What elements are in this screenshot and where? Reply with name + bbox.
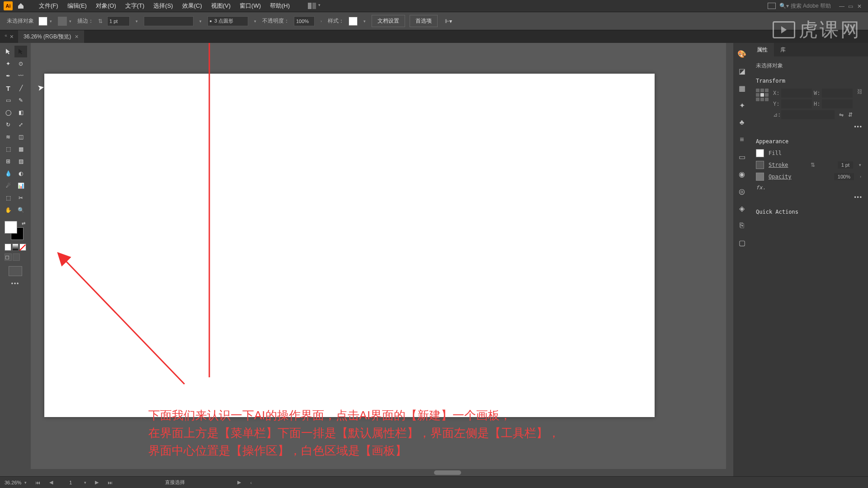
artboard[interactable] xyxy=(44,74,655,417)
dock-brushes-icon[interactable]: ✦ xyxy=(736,100,747,111)
paintbrush-tool[interactable]: ✎ xyxy=(14,94,27,106)
swap-colors-icon[interactable]: ⇄ xyxy=(22,221,25,226)
tab-close-icon[interactable]: × xyxy=(10,33,14,40)
flip-h-icon[interactable]: ⇋ xyxy=(839,112,844,118)
dock-graphic-styles-icon[interactable]: ◎ xyxy=(736,186,747,197)
dock-swatches-icon[interactable]: ◪ xyxy=(736,66,747,76)
line-tool[interactable]: ╱ xyxy=(14,82,27,94)
color-mode-gradient[interactable] xyxy=(12,244,19,251)
fill-dropdown[interactable]: ▾ xyxy=(48,19,53,23)
nav-next-icon[interactable]: ▶ xyxy=(93,479,100,485)
dock-transform-icon[interactable]: ▭ xyxy=(736,151,747,162)
stroke-val-panel[interactable]: 1 pt xyxy=(838,161,853,169)
gradient-tool[interactable]: ▨ xyxy=(14,155,27,167)
menu-type[interactable]: 文字(T) xyxy=(121,2,149,10)
y-input[interactable] xyxy=(781,99,812,108)
slice-tool[interactable]: ✂ xyxy=(14,192,27,204)
flip-v-icon[interactable]: ⇵ xyxy=(848,112,853,118)
search-box[interactable]: 🔍▾ 搜索 Adobe 帮助 xyxy=(779,2,831,10)
draw-mode[interactable] xyxy=(9,266,22,276)
home-icon[interactable] xyxy=(16,1,25,10)
zoom-dropdown[interactable]: 36.26%▾ xyxy=(5,480,28,485)
mesh-tool[interactable]: ⊞ xyxy=(2,155,14,167)
zoom-tool[interactable]: 🔍 xyxy=(14,204,27,216)
fill-swatch[interactable] xyxy=(38,17,47,26)
tab-properties[interactable]: 属性 xyxy=(750,43,774,56)
close-icon[interactable]: ✕ xyxy=(857,3,864,9)
stroke-weight-input[interactable] xyxy=(107,16,130,26)
status-back-icon[interactable]: ‹ xyxy=(248,480,254,485)
dock-color-icon[interactable]: 🎨 xyxy=(736,48,747,59)
w-input[interactable] xyxy=(822,89,853,98)
transform-more-icon[interactable]: ••• xyxy=(854,124,863,130)
lasso-tool[interactable]: ⊙ xyxy=(14,58,27,70)
shaper-tool[interactable]: ◯ xyxy=(2,107,14,118)
curvature-tool[interactable]: 〰 xyxy=(14,70,27,82)
reference-point[interactable] xyxy=(756,89,769,101)
dock-artboards-icon[interactable]: ▢ xyxy=(736,237,747,248)
prefs-button[interactable]: 首选项 xyxy=(410,15,438,27)
magic-wand-tool[interactable]: ✦ xyxy=(2,58,14,70)
symbol-tool[interactable]: ☄ xyxy=(2,180,14,192)
document-tab[interactable]: 36.26% (RGB/预览) × xyxy=(18,30,84,43)
rectangle-tool[interactable]: ▭ xyxy=(2,94,14,106)
workspace-switcher[interactable]: ▾ xyxy=(308,3,322,9)
opacity-input[interactable] xyxy=(294,16,315,26)
shape-builder-tool[interactable]: ⬚ xyxy=(2,143,14,155)
stroke-dropdown[interactable]: ▾ xyxy=(68,19,73,23)
canvas-area[interactable]: ➤ 下面我们来认识一下AI的操作界面，点击AI界面的【新建】一个画板， 在界面上… xyxy=(31,43,733,476)
foreground-color[interactable] xyxy=(5,221,17,234)
style-swatch[interactable] xyxy=(349,17,358,26)
dash-dropdown[interactable]: ▾ xyxy=(253,19,258,23)
pen-tool[interactable]: ✒ xyxy=(2,70,14,82)
x-input[interactable] xyxy=(781,89,812,98)
menu-help[interactable]: 帮助(H) xyxy=(265,2,294,10)
opacity-swatch-panel[interactable] xyxy=(756,173,764,181)
color-mode-none[interactable] xyxy=(19,244,26,251)
link-wh-icon[interactable]: ⛓ xyxy=(857,89,863,95)
doc-tab-close[interactable]: × xyxy=(75,33,78,40)
screen-normal[interactable]: ◻ xyxy=(5,253,12,261)
dock-appearance-icon[interactable]: ◉ xyxy=(736,169,747,179)
menu-select[interactable]: 选择(S) xyxy=(149,2,177,10)
fx-label[interactable]: fx. xyxy=(756,184,766,191)
horizontal-scrollbar[interactable] xyxy=(31,469,726,476)
doc-setup-button[interactable]: 文档设置 xyxy=(372,15,405,27)
opacity-dd-panel[interactable]: › xyxy=(859,174,863,179)
tab-prev-icon[interactable]: « xyxy=(5,33,7,40)
brush-def[interactable] xyxy=(144,16,193,26)
eyedropper-tool[interactable]: 💧 xyxy=(2,168,14,179)
artboard-tool[interactable]: ⬚ xyxy=(2,192,14,204)
artboard-nav-dropdown[interactable]: 1▾ xyxy=(60,480,88,485)
brush-dropdown[interactable]: ▾ xyxy=(198,19,203,23)
hand-tool[interactable]: ✋ xyxy=(2,204,14,216)
stroke-stepper[interactable]: ⇅ xyxy=(811,162,815,168)
arrange-docs-icon[interactable] xyxy=(768,3,776,9)
width-tool[interactable]: ≋ xyxy=(2,131,14,143)
align-icon[interactable]: ⊩▾ xyxy=(445,18,452,24)
graph-tool[interactable]: 📊 xyxy=(14,180,27,192)
dock-symbols-icon[interactable]: ♣ xyxy=(736,117,747,128)
edit-toolbar-icon[interactable]: ••• xyxy=(2,281,29,287)
status-play-icon[interactable]: ▶ xyxy=(236,479,243,485)
nav-prev-icon[interactable]: ◀ xyxy=(47,479,55,485)
scale-tool[interactable]: ⤢ xyxy=(14,119,27,131)
nav-last-icon[interactable]: ⏭ xyxy=(106,480,114,485)
stroke-val-dd[interactable]: ▾ xyxy=(858,163,863,167)
menu-file[interactable]: 文件(F) xyxy=(34,2,63,10)
stepper-icon[interactable]: ⇅ xyxy=(98,18,103,24)
perspective-tool[interactable]: ▦ xyxy=(14,143,27,155)
menu-edit[interactable]: 编辑(E) xyxy=(63,2,91,10)
minimize-icon[interactable]: — xyxy=(839,3,846,9)
selection-tool[interactable] xyxy=(2,46,14,57)
rotate-tool[interactable]: ↻ xyxy=(2,119,14,131)
vertical-scrollbar[interactable] xyxy=(726,43,733,476)
stroke-swatch[interactable] xyxy=(58,17,67,26)
menu-object[interactable]: 对象(O) xyxy=(91,2,121,10)
menu-view[interactable]: 视图(V) xyxy=(207,2,235,10)
dash-preset[interactable]: 3 点圆形 xyxy=(208,16,248,26)
dock-align-icon[interactable]: ≡ xyxy=(736,134,747,145)
eraser-tool[interactable]: ◧ xyxy=(14,107,27,118)
nav-first-icon[interactable]: ⏮ xyxy=(33,480,42,485)
blend-tool[interactable]: ◐ xyxy=(14,168,27,179)
